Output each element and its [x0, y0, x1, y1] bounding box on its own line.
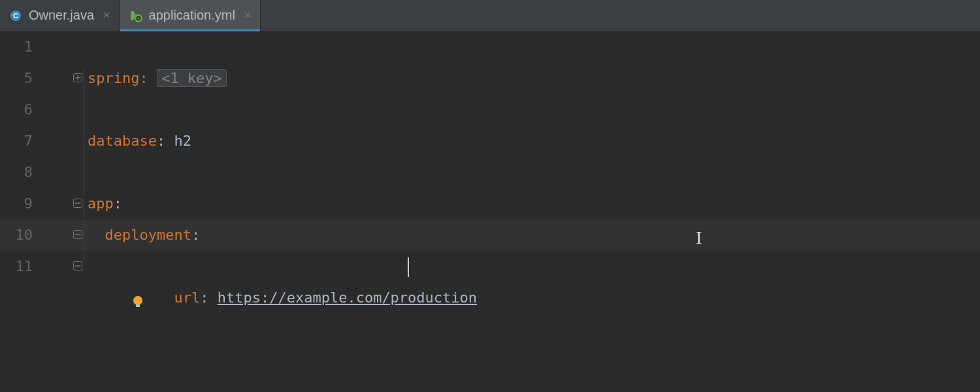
line-number: 9 — [0, 188, 33, 220]
close-icon[interactable]: × — [244, 8, 252, 22]
mouse-cursor-ibeam: I — [696, 227, 702, 248]
svg-text:C: C — [13, 12, 18, 20]
line-number: 10 — [0, 220, 33, 251]
tab-label: application.yml — [149, 8, 235, 23]
text-caret — [408, 257, 409, 277]
colon: : — [139, 70, 157, 86]
tab-label: Owner.java — [29, 8, 94, 23]
yaml-key: app — [88, 195, 114, 212]
yaml-key: database — [88, 133, 157, 149]
code-content: spring: <1 key> database: h2 app: deploy… — [88, 63, 980, 314]
colon: : — [157, 133, 165, 149]
bulb-icon[interactable] — [61, 257, 77, 273]
fold-collapse-icon[interactable] — [72, 229, 84, 240]
code-line[interactable]: url: https://example.com/production — [88, 251, 980, 282]
yaml-value-url[interactable]: https://example.com/production — [218, 289, 477, 306]
line-number: 5 — [0, 63, 33, 94]
fold-collapse-icon[interactable] — [72, 197, 84, 209]
code-line[interactable]: database: h2 — [88, 125, 980, 157]
indent-guide — [84, 69, 84, 261]
yaml-key: url — [174, 289, 200, 306]
code-line[interactable] — [88, 157, 980, 188]
code-line[interactable]: deployment: — [88, 220, 980, 251]
code-line[interactable] — [88, 94, 980, 125]
code-line[interactable]: spring: <1 key> — [88, 63, 980, 94]
editor-tabs: C Owner.java × application.yml × — [0, 0, 980, 31]
colon: : — [200, 289, 218, 306]
svg-point-4 — [137, 17, 139, 19]
code-line[interactable]: app: — [88, 188, 980, 220]
line-number: 1 — [0, 31, 33, 63]
colon: : — [191, 227, 200, 243]
folded-region[interactable]: <1 key> — [157, 69, 227, 87]
svg-rect-15 — [136, 304, 140, 307]
line-number: 6 — [0, 94, 33, 125]
fold-expand-icon[interactable] — [72, 72, 84, 84]
yaml-value: h2 — [165, 133, 191, 149]
close-icon[interactable]: × — [103, 8, 110, 22]
editor-area[interactable]: 1 5 6 7 8 9 10 11 spring: <1 key> databa… — [0, 31, 980, 392]
colon: : — [114, 195, 122, 212]
tab-application-yml[interactable]: application.yml × — [120, 0, 261, 31]
yaml-key: deployment — [105, 227, 191, 243]
line-number: 11 — [0, 251, 33, 282]
yaml-icon — [129, 9, 142, 22]
line-number: 8 — [0, 157, 33, 188]
tab-owner-java[interactable]: C Owner.java × — [0, 0, 120, 31]
yaml-key: spring — [88, 70, 139, 86]
svg-point-14 — [133, 296, 142, 305]
line-number: 7 — [0, 125, 33, 157]
class-icon: C — [9, 9, 22, 22]
